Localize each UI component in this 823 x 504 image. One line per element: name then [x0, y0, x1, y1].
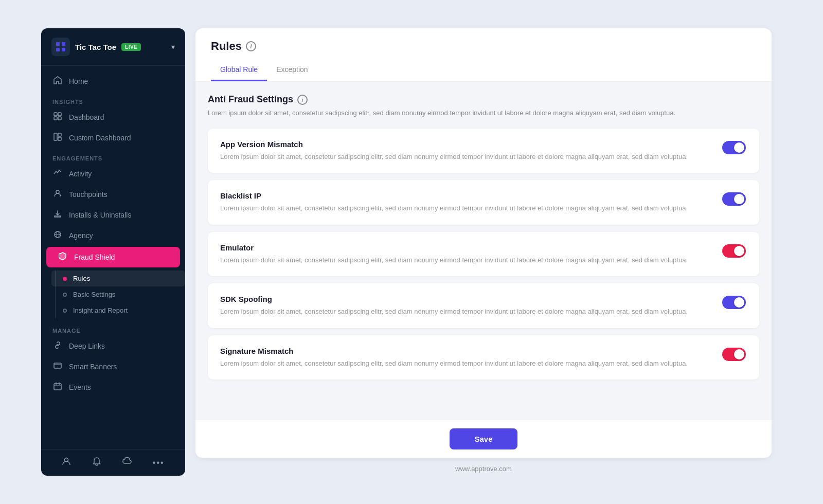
brand-name: Tic Tac Toe [75, 43, 116, 51]
svg-point-11 [56, 190, 59, 193]
sidebar-item-home[interactable]: Home [41, 71, 185, 92]
profile-icon[interactable] [62, 457, 71, 469]
rule-desc-app-version-mismatch: Lorem ipsum dolor sit amet, consetetur s… [220, 152, 711, 162]
sidebar-item-dashboard-label: Dashboard [69, 113, 104, 121]
page-footer: www.apptrove.com [195, 458, 772, 476]
manage-section-label: MANAGE [41, 320, 185, 336]
submenu-item-insight-report[interactable]: Insight and Report [51, 302, 185, 318]
rule-desc-blacklist-ip: Lorem ipsum dolor sit amet, consetetur s… [220, 203, 711, 213]
svg-rect-9 [58, 133, 61, 136]
smart-banners-icon [52, 362, 63, 372]
toggle-emulator[interactable] [722, 244, 746, 258]
submenu-rules-label: Rules [73, 275, 90, 282]
sidebar-item-installs[interactable]: Installs & Uninstalls [41, 205, 185, 225]
page-title-row: Rules i [211, 40, 756, 53]
sidebar-item-fraud-shield-label: Fraud Shield [74, 253, 115, 261]
sidebar-item-activity-label: Activity [69, 170, 92, 178]
fraud-shield-icon [58, 252, 68, 262]
insight-report-dot [63, 309, 67, 313]
toggle-sdk-spoofing[interactable] [722, 296, 746, 309]
svg-rect-0 [56, 42, 60, 46]
sidebar-item-touchpoints[interactable]: Touchpoints [41, 184, 185, 205]
save-area: Save [195, 420, 772, 458]
chevron-down-icon[interactable]: ▾ [171, 43, 175, 51]
sidebar-item-smart-banners[interactable]: Smart Banners [41, 356, 185, 377]
rule-title-emulator: Emulator [220, 243, 711, 252]
toggle-app-version-mismatch[interactable] [722, 141, 746, 154]
rule-title-app-version-mismatch: App Version Mismatch [220, 140, 711, 149]
sidebar-item-dashboard[interactable]: Dashboard [41, 107, 185, 128]
anti-fraud-title: Anti Fraud Settings i [208, 94, 759, 105]
more-icon[interactable]: ••• [153, 458, 165, 467]
settings-scroll: Anti Fraud Settings i Lorem ipsum dolor … [195, 82, 772, 420]
sidebar-item-agency[interactable]: Agency [41, 225, 185, 246]
tabs: Global Rule Exception [211, 61, 756, 81]
svg-rect-8 [54, 133, 57, 140]
rule-desc-sdk-spoofing: Lorem ipsum dolor sit amet, consetetur s… [220, 307, 711, 317]
tab-global-rule[interactable]: Global Rule [211, 61, 267, 81]
insights-section-label: INSIGHTS [41, 92, 185, 107]
sidebar-header: Tic Tac Toe LIVE ▾ [41, 28, 185, 66]
sidebar-item-custom-dashboard-label: Custom Dashboard [69, 134, 131, 142]
sidebar-item-deep-links-label: Deep Links [69, 342, 105, 350]
anti-fraud-info-icon[interactable]: i [297, 95, 308, 105]
sidebar-item-home-label: Home [69, 77, 88, 85]
svg-rect-2 [56, 48, 60, 51]
touchpoints-icon [52, 189, 63, 200]
installs-icon [52, 210, 63, 220]
fraud-shield-submenu: Rules Basic Settings Insight and Report [41, 268, 185, 320]
main-content: Rules i Global Rule Exception Anti Fraud… [185, 28, 782, 476]
page-title: Rules [211, 40, 242, 53]
agency-icon [52, 230, 63, 241]
sidebar-item-events[interactable]: Events [41, 377, 185, 398]
rule-card-app-version-mismatch: App Version MismatchLorem ipsum dolor si… [208, 129, 759, 173]
rule-card-sdk-spoofing: SDK SpoofingLorem ipsum dolor sit amet, … [208, 283, 759, 328]
bell-icon[interactable] [92, 457, 101, 469]
sidebar-item-custom-dashboard[interactable]: Custom Dashboard [41, 128, 185, 148]
sidebar-item-agency-label: Agency [69, 231, 93, 240]
sidebar-item-activity[interactable]: Activity [41, 164, 185, 184]
svg-rect-6 [54, 117, 57, 120]
live-badge: LIVE [121, 43, 141, 51]
activity-icon [52, 169, 63, 179]
tab-exception[interactable]: Exception [267, 61, 317, 81]
rule-title-signature-mismatch: Signature Mismatch [220, 347, 711, 355]
submenu-item-basic-settings[interactable]: Basic Settings [51, 286, 185, 302]
submenu-item-rules[interactable]: Rules [51, 271, 185, 286]
toggle-thumb-sdk-spoofing [734, 297, 744, 308]
rule-card-blacklist-ip: Blacklist IPLorem ipsum dolor sit amet, … [208, 180, 759, 225]
svg-rect-15 [54, 363, 61, 368]
brand-icon [51, 38, 70, 56]
sidebar-item-events-label: Events [69, 383, 91, 391]
svg-rect-7 [58, 117, 61, 120]
content-card: Rules i Global Rule Exception Anti Fraud… [195, 28, 772, 458]
footer-url: www.apptrove.com [455, 465, 512, 473]
rule-title-sdk-spoofing: SDK Spoofing [220, 295, 711, 303]
sidebar-item-fraud-shield[interactable]: Fraud Shield [46, 247, 180, 267]
toggle-thumb-signature-mismatch [734, 349, 744, 359]
dashboard-icon [52, 112, 63, 122]
rules-dot [63, 277, 67, 281]
svg-rect-1 [62, 42, 65, 46]
home-icon [52, 76, 63, 86]
rule-card-signature-mismatch: Signature MismatchLorem ipsum dolor sit … [208, 335, 759, 380]
svg-rect-4 [54, 113, 57, 116]
save-button[interactable]: Save [450, 428, 517, 449]
svg-rect-17 [54, 384, 61, 390]
sidebar: Tic Tac Toe LIVE ▾ Home INSIGHTS Dashboa… [41, 28, 185, 476]
toggle-signature-mismatch[interactable] [722, 348, 746, 361]
rule-title-blacklist-ip: Blacklist IP [220, 191, 711, 200]
svg-rect-3 [62, 48, 65, 51]
sidebar-nav: Home INSIGHTS Dashboard Custom Dashboard… [41, 66, 185, 449]
toggle-blacklist-ip[interactable] [722, 192, 746, 206]
cloud-icon[interactable] [122, 457, 132, 469]
page-info-icon[interactable]: i [246, 41, 256, 51]
submenu-insight-report-label: Insight and Report [73, 307, 128, 314]
toggle-thumb-emulator [734, 246, 744, 256]
rule-card-emulator: EmulatorLorem ipsum dolor sit amet, cons… [208, 232, 759, 277]
sidebar-item-deep-links[interactable]: Deep Links [41, 336, 185, 356]
rule-desc-signature-mismatch: Lorem ipsum dolor sit amet, consetetur s… [220, 358, 711, 369]
brand: Tic Tac Toe LIVE [51, 38, 141, 56]
deep-links-icon [52, 341, 63, 351]
svg-rect-5 [58, 113, 61, 116]
